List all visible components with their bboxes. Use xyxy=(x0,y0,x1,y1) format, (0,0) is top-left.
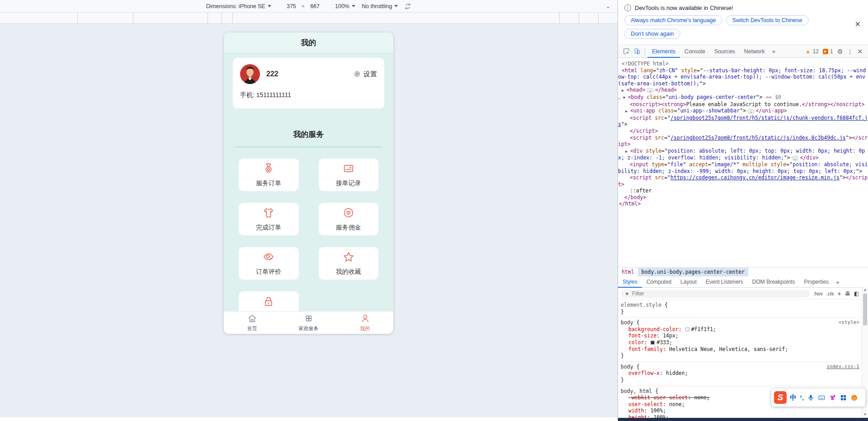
infobar-close-icon[interactable]: ✕ xyxy=(855,20,861,28)
css-property[interactable]: font-family: Helvetica Neue, Helvetica, … xyxy=(621,346,859,353)
tree-line[interactable]: </html> xyxy=(618,201,868,207)
tree-line[interactable]: <html lang="zh-CN" style="--status-bar-h… xyxy=(618,67,868,87)
device-toolbar-button[interactable] xyxy=(632,46,642,57)
scroll-down-arrow-icon[interactable]: ▼ xyxy=(862,412,868,416)
tabbar-item-家政服务[interactable]: 家政服务 xyxy=(280,312,337,334)
tree-line[interactable]: <script src="https://codegen.caihongy.cn… xyxy=(618,174,868,187)
device-viewport: 我的 xyxy=(224,33,393,334)
expand-ellipsis-button[interactable]: … xyxy=(792,156,798,161)
tree-line[interactable]: <script src="/springboot25s7qom8/front/h… xyxy=(618,135,868,148)
new-style-rule-icon[interactable]: + xyxy=(837,290,841,297)
tabbar-item-首页[interactable]: 首页 xyxy=(224,312,280,334)
css-property[interactable]: overflow-x: hidden; xyxy=(621,370,859,377)
color-swatch[interactable] xyxy=(685,327,689,332)
tab-console[interactable]: Console xyxy=(680,45,710,58)
chinese-mode-icon[interactable]: 中 xyxy=(790,393,797,402)
expand-arrow-icon[interactable]: … ▼ xyxy=(618,95,628,100)
tree-line[interactable]: </body> xyxy=(618,194,868,201)
chevron-down-icon xyxy=(352,5,355,7)
styles-more-chevron[interactable]: » xyxy=(833,279,842,285)
styles-tab-properties[interactable]: Properties xyxy=(800,276,834,288)
breadcrumb-item[interactable]: body.uni-body.pages-center-center xyxy=(638,268,748,276)
sidebar-layout-icon[interactable]: ◧ xyxy=(854,290,859,297)
rule-selector[interactable]: body xyxy=(621,319,633,326)
tab-sources[interactable]: Sources xyxy=(710,45,740,58)
toolbar-more-chevron-icon[interactable]: ⌄ xyxy=(606,3,610,9)
scroll-up-arrow-icon[interactable]: ▲ xyxy=(862,288,868,292)
rule-selector[interactable]: body xyxy=(621,364,633,370)
resource-link[interactable]: https://codegen.caihongy.cn/editor/image… xyxy=(670,174,840,181)
settings-button[interactable]: 设置 xyxy=(353,70,377,79)
viewport-width-field[interactable]: 375 xyxy=(287,3,296,9)
styles-tab-layout[interactable]: Layout xyxy=(676,276,701,288)
service-card-2[interactable]: 接单记录 xyxy=(319,159,379,191)
tree-line[interactable]: ▶ <head>…</head> xyxy=(618,87,868,94)
expand-arrow-icon[interactable]: ▶ xyxy=(625,149,630,154)
css-property[interactable]: background-color: #f1f1f1; xyxy=(621,326,859,333)
devtools-close-icon[interactable]: ✕ xyxy=(857,48,863,55)
paint-flashing-icon[interactable]: 🖶 xyxy=(845,290,850,297)
css-property[interactable]: height: 100%; xyxy=(621,414,859,418)
tree-line[interactable]: ::after xyxy=(618,187,868,194)
tab-network[interactable]: Network xyxy=(740,45,769,58)
sogou-logo-icon[interactable]: S xyxy=(774,391,787,404)
tree-line[interactable]: </script> xyxy=(618,128,868,135)
resource-link[interactable]: /springboot25s7qom8/front/h5/static/js/i… xyxy=(670,135,846,141)
microphone-icon[interactable] xyxy=(807,394,815,402)
css-property[interactable]: width: 100%; xyxy=(621,407,859,414)
devtools-settings-gear-icon[interactable]: ⚙ xyxy=(837,48,843,55)
service-card-4[interactable]: 服务佣金 xyxy=(319,203,379,235)
infobar-button[interactable]: Don't show again xyxy=(624,29,680,39)
device-selector[interactable]: Dimensions: iPhone SE xyxy=(204,2,273,10)
tree-line[interactable]: ▶ <div style="position: absolute; left: … xyxy=(618,148,868,161)
infobar-button[interactable]: Always match Chrome's language xyxy=(624,15,722,25)
tree-line[interactable]: <script src="/springboot25s7qom8/front/h… xyxy=(618,115,868,128)
throttling-selector[interactable]: No throttling xyxy=(360,2,400,10)
infobar-button[interactable]: Switch DevTools to Chinese xyxy=(726,15,809,25)
more-tabs-chevron[interactable]: » xyxy=(769,48,778,55)
color-swatch[interactable] xyxy=(651,341,655,345)
css-property[interactable]: color: #333; xyxy=(621,339,859,346)
tree-line[interactable]: <input type="file" accept="image/*" mult… xyxy=(618,161,868,174)
tree-line[interactable]: <!DOCTYPE html> xyxy=(618,61,868,67)
css-property[interactable]: font-size: 14px; xyxy=(621,332,859,339)
service-card-5[interactable]: 订单评价 xyxy=(239,247,299,280)
stylesheet-link[interactable]: index.css:1 xyxy=(826,364,859,370)
tree-line[interactable]: <noscript><strong>Please enable JavaScri… xyxy=(618,101,868,108)
skin-icon[interactable] xyxy=(829,394,836,402)
service-card-1[interactable]: 服务订单 xyxy=(239,159,299,191)
styles-tab-dom-breakpoints[interactable]: DOM Breakpoints xyxy=(748,276,800,288)
expand-arrow-icon[interactable]: ▶ xyxy=(622,88,627,93)
styles-filter-input[interactable]: ▼ Filter xyxy=(621,290,810,298)
code-token: image/* xyxy=(714,161,736,168)
toggle-classes[interactable]: .cls xyxy=(826,291,834,296)
toolbox-icon[interactable] xyxy=(840,394,847,402)
emoji-icon[interactable] xyxy=(850,394,858,402)
devtools-menu-icon[interactable]: ⋮ xyxy=(847,48,853,55)
service-card-3[interactable]: 完成订单 xyxy=(239,203,299,235)
rotate-viewport-button[interactable] xyxy=(402,2,413,11)
inspect-element-button[interactable] xyxy=(621,46,632,57)
styles-tab-computed[interactable]: Computed xyxy=(642,276,676,288)
punctuation-icon[interactable]: °, xyxy=(800,394,804,401)
rule-selector[interactable]: body, html xyxy=(621,388,652,394)
tabbar-item-我的[interactable]: 我的 xyxy=(337,312,393,334)
viewport-height-field[interactable]: 667 xyxy=(310,3,320,9)
styles-tab-styles[interactable]: Styles xyxy=(618,276,642,288)
expand-ellipsis-button[interactable]: … xyxy=(646,88,653,93)
soft-keyboard-icon[interactable] xyxy=(818,394,826,402)
expand-ellipsis-button[interactable]: … xyxy=(747,109,754,114)
scrollbar-thumb[interactable] xyxy=(863,294,867,325)
service-card-6[interactable]: 我的收藏 xyxy=(319,247,379,280)
console-warnings-counter[interactable]: ▲ 12 xyxy=(805,48,819,55)
tree-line[interactable]: … ▼ <body class="uni-body pages-center-c… xyxy=(618,94,868,101)
tab-elements[interactable]: Elements xyxy=(647,45,680,58)
zoom-selector[interactable]: 100% xyxy=(333,2,357,10)
styles-tab-event-listeners[interactable]: Event Listeners xyxy=(701,276,748,288)
issues-counter[interactable]: 1 xyxy=(823,48,833,55)
rule-selector[interactable]: element.style xyxy=(621,302,661,308)
tree-line[interactable]: ▶ <uni-app class="uni-app--showtabbar">…… xyxy=(618,108,868,115)
toggle-hover-state[interactable]: :hov xyxy=(813,291,823,296)
expand-arrow-icon[interactable]: ▶ xyxy=(625,109,630,113)
breadcrumb-item[interactable]: html xyxy=(618,268,638,276)
